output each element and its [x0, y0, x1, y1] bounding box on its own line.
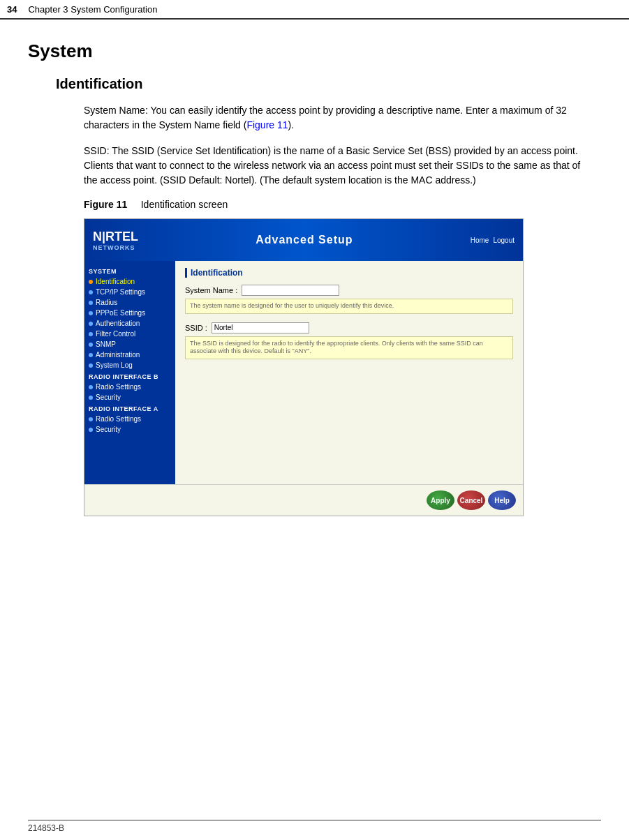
nav-dot-radius: [89, 301, 93, 305]
nortel-logo-text: N|RTEL: [93, 230, 138, 243]
ssid-input[interactable]: [212, 322, 309, 333]
figure-container: N|RTEL NETWORKS Advanced Setup Home Logo…: [84, 218, 524, 516]
nav-label-radius: Radius: [96, 299, 117, 306]
home-button[interactable]: Home: [471, 237, 489, 244]
nav-item-syslog[interactable]: System Log: [84, 360, 175, 370]
page-number: 34: [7, 4, 17, 15]
nav-dot-radio-b-settings: [89, 385, 93, 389]
chapter-label: Chapter 3 System Configuration: [28, 4, 157, 15]
nav-dot-snmp: [89, 343, 93, 347]
nav-dot-admin: [89, 353, 93, 357]
nav-system-label: SYSTEM: [84, 265, 175, 276]
nav-item-auth[interactable]: Authentication: [84, 318, 175, 329]
subsection-title: Identification: [56, 76, 601, 92]
figure-caption: Figure 11 Identification screen: [84, 199, 601, 210]
nav-item-radio-b-security[interactable]: Security: [84, 392, 175, 403]
nav-dot-radio-b-security: [89, 396, 93, 400]
page-footer: 214853-B: [28, 820, 601, 833]
paragraph-2: SSID: The SSID (Service Set Identificati…: [84, 144, 586, 188]
nav-dot-syslog: [89, 363, 93, 368]
router-header: N|RTEL NETWORKS Advanced Setup Home Logo…: [84, 219, 523, 261]
section-title: System: [28, 40, 601, 62]
nav-dot-radio-a-security: [89, 428, 93, 432]
nav-label-pppoe: PPPoE Settings: [96, 309, 145, 317]
help-button[interactable]: Help: [488, 490, 516, 510]
nav-item-radius[interactable]: Radius: [84, 297, 175, 308]
nav-dot-filter: [89, 332, 93, 336]
apply-button[interactable]: Apply: [427, 490, 454, 510]
para1-text-before: System Name: You can easily identify the…: [84, 105, 567, 130]
nav-item-pppoe[interactable]: PPPoE Settings: [84, 308, 175, 318]
nav-dot-pppoe: [89, 311, 93, 315]
router-footer: Apply Cancel Help: [84, 484, 523, 516]
main-content: System Identification System Name: You c…: [0, 20, 629, 565]
router-ui: N|RTEL NETWORKS Advanced Setup Home Logo…: [84, 219, 523, 516]
system-name-desc: The system name is designed for the user…: [185, 299, 513, 314]
ssid-desc: The SSID is designed for the radio to id…: [185, 336, 513, 359]
paragraph-1: System Name: You can easily identify the…: [84, 103, 586, 133]
nav-label-tcpip: TCP/IP Settings: [96, 288, 145, 296]
figure-caption-text: [130, 199, 138, 210]
system-name-input[interactable]: [242, 285, 339, 296]
nav-item-filter[interactable]: Filter Control: [84, 329, 175, 339]
router-nav: SYSTEM Identification TCP/IP Settings Ra…: [84, 261, 175, 484]
router-body: SYSTEM Identification TCP/IP Settings Ra…: [84, 261, 523, 484]
cancel-button[interactable]: Cancel: [457, 490, 485, 510]
figure-label: Figure 11: [84, 199, 127, 210]
nav-label-syslog: System Log: [96, 361, 133, 369]
nav-label-identification: Identification: [96, 278, 135, 285]
router-header-title: Advanced Setup: [138, 234, 471, 246]
nav-dot-radio-a-settings: [89, 417, 93, 421]
nav-radio-a-label: RADIO INTERFACE A: [84, 403, 175, 414]
nav-item-admin[interactable]: Administration: [84, 350, 175, 360]
nav-label-auth: Authentication: [96, 320, 140, 327]
nav-dot-identification: [89, 280, 93, 284]
router-content: Identification System Name : The system …: [175, 261, 523, 484]
nav-label-radio-a-settings: Radio Settings: [96, 415, 141, 423]
ssid-label: SSID :: [185, 324, 207, 332]
nav-label-admin: Administration: [96, 351, 140, 359]
system-name-row: System Name :: [185, 285, 513, 296]
ssid-row: SSID :: [185, 322, 513, 333]
nav-item-tcpip[interactable]: TCP/IP Settings: [84, 287, 175, 297]
nortel-networks-text: NETWORKS: [93, 244, 138, 251]
nav-item-snmp[interactable]: SNMP: [84, 339, 175, 350]
nav-item-radio-a-settings[interactable]: Radio Settings: [84, 414, 175, 424]
footer-text: 214853-B: [28, 823, 64, 833]
header-bar: 34 Chapter 3 System Configuration: [0, 0, 629, 20]
nav-item-radio-b-settings[interactable]: Radio Settings: [84, 382, 175, 392]
nortel-logo: N|RTEL NETWORKS: [93, 230, 138, 251]
nav-label-radio-a-security: Security: [96, 426, 121, 433]
nav-label-radio-b-security: Security: [96, 393, 121, 401]
nav-item-identification[interactable]: Identification: [84, 276, 175, 287]
nav-dot-tcpip: [89, 290, 93, 294]
figure11-link[interactable]: Figure 11: [246, 119, 288, 130]
nav-label-filter: Filter Control: [96, 330, 135, 338]
content-section-title: Identification: [185, 268, 513, 278]
nav-label-snmp: SNMP: [96, 340, 116, 348]
system-name-label: System Name :: [185, 286, 237, 294]
para1-text-after: ).: [288, 119, 295, 130]
nav-item-radio-a-security[interactable]: Security: [84, 424, 175, 435]
figure-caption-description: Identification screen: [141, 199, 228, 210]
nav-dot-auth: [89, 322, 93, 326]
logout-button[interactable]: Logout: [493, 237, 515, 244]
nav-radio-b-label: RADIO INTERFACE B: [84, 370, 175, 382]
router-header-buttons: Home Logout: [471, 237, 515, 244]
nav-label-radio-b-settings: Radio Settings: [96, 383, 141, 391]
